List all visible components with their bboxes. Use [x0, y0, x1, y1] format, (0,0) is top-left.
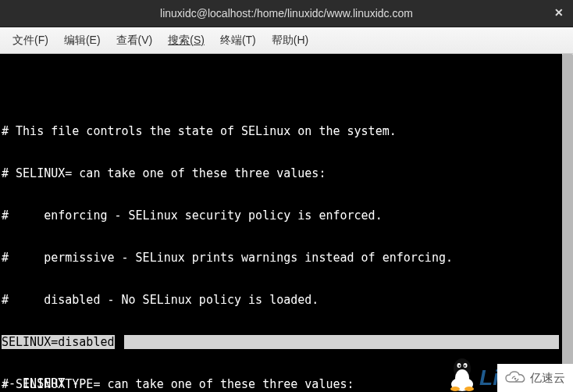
watermark-text: 亿速云	[530, 371, 565, 386]
svg-point-7	[450, 387, 460, 391]
svg-point-5	[459, 365, 461, 367]
cursor-line: SELINUX=disabled	[2, 335, 571, 349]
cloud-icon	[504, 370, 527, 386]
terminal-body[interactable]: # This file controls the state of SELinu…	[0, 54, 573, 392]
linux-logo-text: Li	[479, 365, 499, 390]
menu-help[interactable]: 帮助(H)	[264, 29, 316, 52]
selected-text: SELINUX=disabled	[2, 335, 115, 349]
text-line: # SELINUX= can take one of these three v…	[2, 166, 571, 180]
menu-search[interactable]: 搜索(S)	[160, 29, 212, 52]
text-line: # enforcing - SELinux security policy is…	[2, 208, 571, 223]
terminal-content: # This file controls the state of SELinu…	[0, 54, 573, 392]
window-titlebar: linuxidc@localhost:/home/linuxidc/www.li…	[0, 0, 573, 27]
tux-icon	[447, 355, 478, 392]
text-line: # This file controls the state of SELinu…	[2, 124, 571, 138]
logo-area: Li 亿速云	[447, 355, 573, 392]
svg-point-9	[514, 378, 517, 380]
scrollbar[interactable]	[562, 54, 573, 392]
menu-terminal[interactable]: 终端(T)	[212, 29, 264, 52]
menu-view[interactable]: 查看(V)	[109, 29, 161, 52]
menu-file[interactable]: 文件(F)	[5, 29, 56, 52]
scrollbar-thumb[interactable]	[562, 54, 573, 392]
window-title: linuxidc@localhost:/home/linuxidc/www.li…	[160, 7, 413, 20]
svg-point-8	[464, 387, 474, 391]
menu-edit[interactable]: 编辑(E)	[56, 29, 109, 52]
menubar: 文件(F) 编辑(E) 查看(V) 搜索(S) 终端(T) 帮助(H)	[0, 27, 573, 54]
text-line: # disabled - No SELinux policy is loaded…	[2, 293, 571, 307]
vim-status: -- INSERT --	[2, 376, 86, 390]
close-icon[interactable]: ✕	[554, 6, 564, 19]
watermark: 亿速云	[497, 364, 573, 392]
text-line: # permissive - SELinux prints warnings i…	[2, 251, 571, 265]
svg-point-6	[464, 365, 466, 367]
svg-point-2	[455, 369, 469, 387]
